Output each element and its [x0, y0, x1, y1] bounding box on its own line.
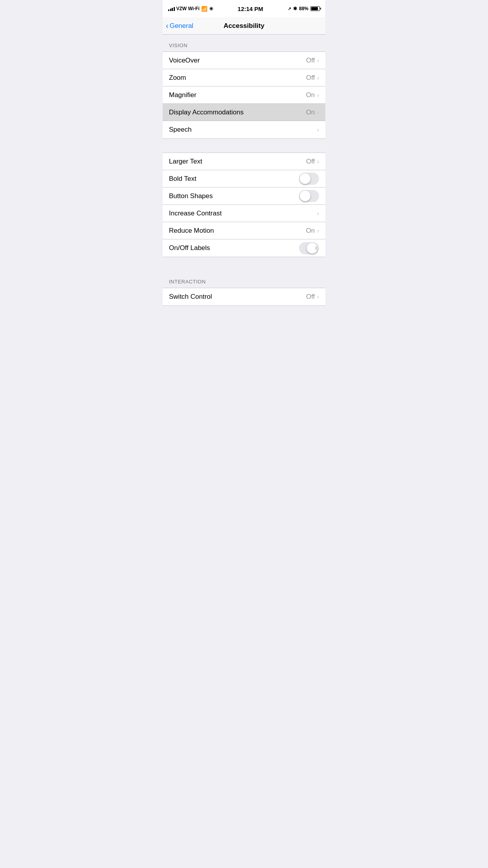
switch-control-row[interactable]: Switch Control Off › [163, 288, 325, 305]
battery-percentage: 88% [299, 6, 308, 11]
carrier-label: VZW Wi-Fi [176, 6, 200, 11]
switch-control-value: Off › [306, 293, 319, 301]
button-shapes-toggle-knob [300, 191, 310, 201]
reduce-motion-row[interactable]: Reduce Motion On › [163, 222, 325, 239]
larger-text-value: Off › [306, 158, 319, 166]
reduce-motion-chevron-icon: › [317, 228, 319, 234]
zoom-row[interactable]: Zoom Off › [163, 69, 325, 86]
onoff-labels-toggle[interactable]: I [299, 242, 319, 254]
back-button[interactable]: ‹ General [166, 22, 193, 30]
display-accommodations-value: On › [306, 108, 319, 116]
bold-text-label: Bold Text [169, 175, 196, 183]
button-shapes-label: Button Shapes [169, 192, 213, 200]
wifi-icon: 📶 [201, 6, 207, 12]
larger-text-row[interactable]: Larger Text Off › [163, 153, 325, 170]
bold-text-toggle[interactable] [299, 173, 319, 185]
zoom-chevron-icon: › [317, 75, 319, 81]
battery-icon [310, 6, 320, 11]
reduce-motion-label: Reduce Motion [169, 227, 214, 235]
display-accommodations-chevron-icon: › [317, 109, 319, 116]
button-shapes-row[interactable]: Button Shapes [163, 188, 325, 205]
bold-text-row[interactable]: Bold Text [163, 170, 325, 188]
reduce-motion-value: On › [306, 227, 319, 235]
larger-text-chevron-icon: › [317, 158, 319, 165]
status-left: VZW Wi-Fi 📶 ✳ [168, 6, 213, 12]
signal-bars-icon [168, 6, 175, 11]
speech-row[interactable]: Speech › [163, 121, 325, 138]
group-spacer-1 [163, 139, 325, 153]
magnifier-label: Magnifier [169, 91, 196, 99]
zoom-label: Zoom [169, 74, 186, 82]
increase-contrast-value: › [317, 210, 319, 217]
status-right: ↗ ✱ 88% [288, 6, 320, 11]
magnifier-chevron-icon: › [317, 92, 319, 98]
increase-contrast-label: Increase Contrast [169, 210, 222, 217]
switch-control-chevron-icon: › [317, 294, 319, 300]
page-title: Accessibility [224, 22, 264, 30]
onoff-labels-label: On/Off Labels [169, 244, 210, 252]
magnifier-row[interactable]: Magnifier On › [163, 86, 325, 104]
increase-contrast-chevron-icon: › [317, 210, 319, 217]
back-label: General [170, 22, 193, 30]
status-time: 12:14 PM [238, 6, 263, 12]
display-accommodations-label: Display Accommodations [169, 108, 244, 116]
bluetooth-icon: ✱ [293, 6, 297, 11]
status-bar: VZW Wi-Fi 📶 ✳ 12:14 PM ↗ ✱ 88% [163, 0, 325, 17]
switch-control-label: Switch Control [169, 293, 212, 301]
interaction-section-header: INTERACTION [163, 271, 325, 288]
zoom-value: Off › [306, 74, 319, 82]
display-settings-group: Larger Text Off › Bold Text Button Shape… [163, 153, 325, 257]
interaction-settings-group: Switch Control Off › [163, 288, 325, 306]
vision-settings-group: VoiceOver Off › Zoom Off › Magnifier On … [163, 51, 325, 139]
voiceover-label: VoiceOver [169, 57, 200, 64]
speech-value: › [317, 127, 319, 133]
voiceover-value: Off › [306, 57, 319, 64]
voiceover-chevron-icon: › [317, 57, 319, 64]
nav-bar: ‹ General Accessibility [163, 17, 325, 35]
magnifier-value: On › [306, 91, 319, 99]
increase-contrast-row[interactable]: Increase Contrast › [163, 205, 325, 222]
activity-icon: ✳ [209, 6, 213, 12]
button-shapes-toggle[interactable] [299, 190, 319, 202]
bold-text-toggle-knob [300, 173, 310, 184]
voiceover-row[interactable]: VoiceOver Off › [163, 52, 325, 69]
back-chevron-icon: ‹ [166, 22, 169, 29]
speech-chevron-icon: › [317, 127, 319, 133]
display-accommodations-row[interactable]: Display Accommodations On › [163, 104, 325, 121]
speech-label: Speech [169, 126, 192, 134]
group-spacer-2 [163, 257, 325, 271]
location-icon: ↗ [288, 6, 291, 11]
onoff-labels-row[interactable]: On/Off Labels I [163, 239, 325, 257]
larger-text-label: Larger Text [169, 158, 202, 166]
vision-section-header: VISION [163, 35, 325, 51]
